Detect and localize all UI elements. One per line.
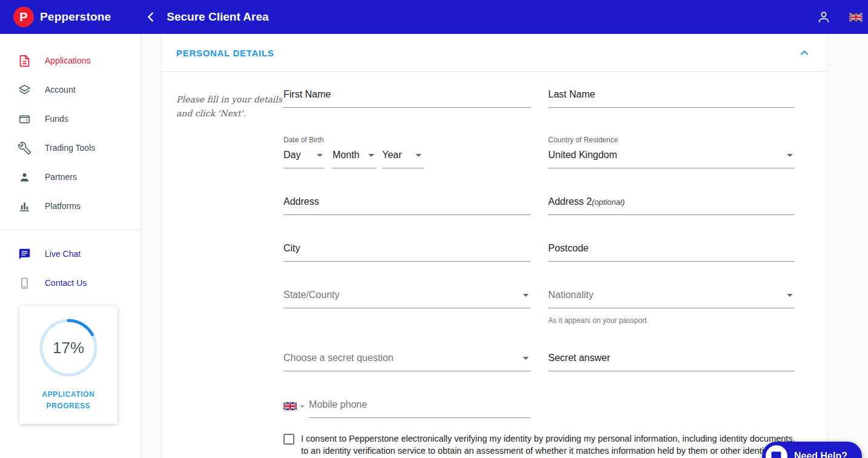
- country-of-residence-label: Country of Residence: [548, 136, 795, 144]
- mobile-phone-input[interactable]: [309, 399, 531, 418]
- address2-input[interactable]: Address 2 (optional): [548, 196, 795, 215]
- sidebar: Applications Account Funds Trading Tools: [0, 34, 141, 458]
- collapse-section-button[interactable]: [796, 44, 813, 61]
- sidebar-divider: [0, 230, 141, 230]
- sidebar-item-label: Trading Tools: [45, 143, 95, 153]
- sidebar-item-label: Account: [45, 85, 76, 95]
- chat-icon: [18, 248, 31, 261]
- nationality-select[interactable]: Nationality: [548, 290, 795, 308]
- dropdown-arrow-icon: [416, 154, 422, 157]
- personal-details-card: PERSONAL DETAILS Please fill in your det…: [162, 34, 827, 458]
- progress-percent: 17%: [37, 316, 100, 379]
- dob-year-value: Year: [382, 150, 402, 160]
- dropdown-arrow-icon: [368, 154, 374, 157]
- layers-icon: [18, 84, 31, 96]
- dropdown-arrow-icon: [787, 154, 793, 157]
- dropdown-arrow-icon: [787, 294, 793, 297]
- app-bar: P Pepperstone Secure Client Area: [0, 0, 868, 34]
- wrench-icon: [18, 142, 31, 154]
- consent-checkbox[interactable]: [283, 434, 294, 445]
- account-button[interactable]: [814, 7, 833, 27]
- secret-question-select[interactable]: Choose a secret question: [283, 353, 531, 371]
- section-header: PERSONAL DETAILS: [162, 34, 827, 72]
- sidebar-item-contact-us[interactable]: Contact Us: [0, 268, 141, 297]
- sidebar-item-partners[interactable]: Partners: [0, 162, 141, 191]
- country-of-residence-select[interactable]: United Kingdom: [548, 150, 795, 168]
- need-help-button[interactable]: Need Help?: [762, 442, 862, 458]
- back-button[interactable]: [142, 8, 159, 25]
- progress-caption: APPLICATION PROGRESS: [35, 389, 102, 412]
- phone-country-flag-uk-icon: [283, 402, 297, 411]
- sidebar-item-label: Partners: [45, 172, 77, 182]
- page-title: Secure Client Area: [167, 10, 268, 24]
- chevron-up-icon: [798, 47, 810, 59]
- sidebar-item-funds[interactable]: Funds: [0, 104, 141, 133]
- postcode-input[interactable]: [548, 243, 795, 262]
- help-chat-icon: [766, 445, 787, 458]
- phone-icon: [18, 277, 31, 290]
- sidebar-item-platforms[interactable]: Platforms: [0, 191, 141, 221]
- address2-label: Address 2: [548, 196, 592, 207]
- need-help-label: Need Help?: [794, 451, 847, 458]
- dob-month-value: Month: [333, 150, 359, 160]
- dob-day-select[interactable]: Day: [283, 150, 325, 168]
- sidebar-item-label: Contact Us: [45, 278, 87, 288]
- dropdown-arrow-icon: [523, 294, 529, 297]
- dropdown-arrow-icon: [300, 405, 305, 408]
- sidebar-item-live-chat[interactable]: Live Chat: [0, 239, 141, 268]
- sidebar-item-label: Live Chat: [45, 249, 81, 259]
- sidebar-item-account[interactable]: Account: [0, 75, 141, 104]
- consent-text: I consent to Pepperstone electronically …: [301, 433, 801, 458]
- form-instructions: Please fill in your details and click 'N…: [176, 89, 283, 458]
- nationality-value: Nationality: [548, 290, 594, 300]
- sidebar-item-label: Platforms: [45, 201, 81, 211]
- country-of-residence-value: United Kingdom: [548, 150, 617, 160]
- application-progress-card: 17% APPLICATION PROGRESS: [19, 306, 118, 424]
- address2-optional-label: (optional): [592, 197, 624, 207]
- sidebar-item-label: Funds: [45, 114, 68, 124]
- brand-name: Pepperstone: [40, 10, 111, 24]
- progress-ring: 17%: [37, 316, 100, 379]
- first-name-input[interactable]: [283, 89, 531, 108]
- dob-year-select[interactable]: Year: [382, 150, 423, 168]
- partner-icon: [18, 171, 31, 184]
- city-input[interactable]: [283, 243, 531, 262]
- dob-day-value: Day: [283, 150, 300, 160]
- last-name-input[interactable]: [548, 89, 795, 108]
- sidebar-item-applications[interactable]: Applications: [0, 46, 141, 75]
- pepperstone-logo-icon: P: [13, 7, 34, 27]
- document-icon: [18, 55, 31, 67]
- person-icon: [817, 10, 831, 24]
- dob-month-select[interactable]: Month: [333, 150, 376, 168]
- section-title: PERSONAL DETAILS: [176, 48, 274, 58]
- nationality-hint: As it appears on your passport: [548, 316, 795, 325]
- secret-question-value: Choose a secret question: [283, 353, 393, 363]
- address-input[interactable]: [283, 196, 531, 215]
- sidebar-item-trading-tools[interactable]: Trading Tools: [0, 133, 141, 162]
- dropdown-arrow-icon: [317, 154, 323, 157]
- sidebar-item-label: Applications: [45, 56, 91, 65]
- phone-country-select[interactable]: [283, 402, 309, 418]
- state-county-value: State/County: [283, 290, 340, 300]
- chevron-left-icon: [144, 10, 157, 24]
- main-content: PERSONAL DETAILS Please fill in your det…: [141, 34, 868, 458]
- secret-answer-input[interactable]: [548, 353, 795, 371]
- state-county-select[interactable]: State/County: [283, 290, 531, 308]
- dob-label: Date of Birth: [283, 136, 531, 144]
- wallet-icon: [18, 113, 31, 125]
- language-flag-uk-icon[interactable]: [849, 13, 863, 22]
- bar-chart-icon: [18, 200, 31, 213]
- dropdown-arrow-icon: [523, 357, 529, 360]
